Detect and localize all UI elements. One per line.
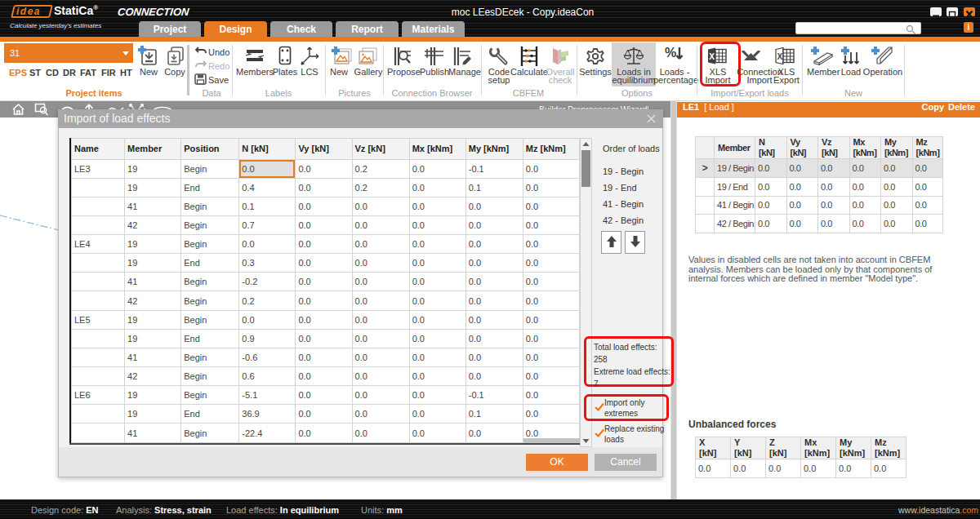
svg-text:X: X bbox=[709, 52, 715, 61]
svg-text:X: X bbox=[777, 52, 783, 61]
svg-text:%: % bbox=[665, 46, 676, 60]
